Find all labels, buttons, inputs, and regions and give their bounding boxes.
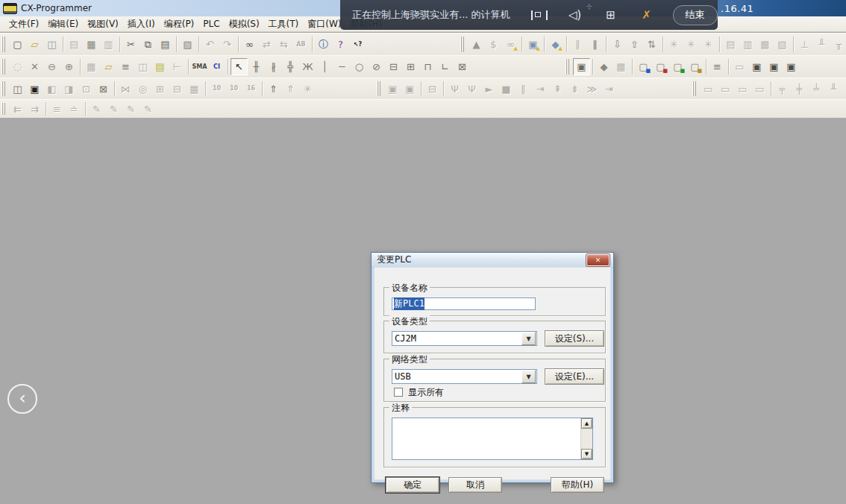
toolbar-grip[interactable] bbox=[1, 37, 5, 51]
plc-properties-icon[interactable]: ▣ bbox=[26, 81, 43, 98]
delete-tool-icon[interactable]: ⊠ bbox=[454, 58, 471, 75]
transfer-io-table-icon[interactable]: ▤ bbox=[722, 36, 739, 53]
transfer-memory-icon[interactable]: ▦ bbox=[756, 36, 774, 53]
select-tool-icon[interactable]: ↖ bbox=[231, 58, 248, 75]
monitor-view-2-icon[interactable]: ▣ bbox=[765, 58, 783, 75]
ok-button[interactable]: 确定 bbox=[386, 477, 439, 493]
diff-monitor-4-icon[interactable]: ╨ bbox=[825, 81, 842, 98]
menu-item-plc[interactable]: PLC bbox=[198, 17, 224, 31]
save-icon[interactable]: ◫ bbox=[43, 36, 60, 53]
upload-from-plc-icon[interactable]: ⇧ bbox=[626, 36, 643, 53]
sim-run-icon[interactable]: ► bbox=[480, 81, 498, 98]
rung-list-icon[interactable]: ≡ bbox=[117, 58, 134, 75]
download-to-plc-icon[interactable]: ⇩ bbox=[609, 36, 626, 53]
back-button[interactable]: ‹ bbox=[7, 384, 37, 414]
scroll-down-button[interactable]: ▼ bbox=[581, 449, 592, 459]
toolbar-grip[interactable] bbox=[1, 81, 5, 96]
contact-or-no-icon[interactable]: ╬ bbox=[282, 58, 299, 75]
monitor-view-3-icon[interactable]: ▣ bbox=[783, 58, 800, 75]
debug-hand-2-icon[interactable]: Ψ bbox=[463, 81, 480, 98]
continuous-run-icon[interactable]: ≫ bbox=[583, 81, 601, 98]
address-reference-icon[interactable]: CI bbox=[208, 58, 225, 75]
sound-icon[interactable]: ◁) bbox=[567, 7, 583, 22]
partial-download-icon[interactable]: ✳ bbox=[665, 36, 683, 53]
horizontal-line-icon[interactable]: ─ bbox=[333, 58, 351, 75]
watch-tab-4-icon[interactable]: ▭ bbox=[751, 81, 768, 98]
partial-compare-icon[interactable]: ✳ bbox=[700, 36, 717, 53]
auto-online-icon[interactable]: $ bbox=[485, 36, 502, 53]
step-in-icon[interactable]: ⇞ bbox=[549, 81, 566, 98]
function-block-icon[interactable]: ⊓ bbox=[419, 58, 436, 75]
network-type-settings-button[interactable]: 设定(E)... bbox=[545, 368, 604, 385]
print-setup-icon[interactable]: ▤ bbox=[66, 36, 83, 53]
drag-handle-icon[interactable]: -¦- bbox=[586, 2, 592, 10]
comment-scrollbar[interactable]: ▲ ▼ bbox=[580, 418, 592, 459]
network-type-dropdown-button[interactable]: ▼ bbox=[521, 370, 536, 383]
pause-monitoring-icon[interactable]: ✳ bbox=[299, 81, 316, 98]
zoom-fit-icon[interactable]: ✕ bbox=[26, 58, 43, 75]
context-help-icon[interactable]: ↖? bbox=[349, 36, 366, 53]
zoom-out-icon[interactable]: ⊖ bbox=[43, 58, 60, 75]
pause-simulator-icon[interactable]: ‖ bbox=[569, 36, 586, 53]
toolbar-grip[interactable] bbox=[692, 81, 696, 96]
scroll-up-button[interactable]: ▲ bbox=[581, 418, 592, 429]
program-check-icon[interactable]: ▣ bbox=[573, 58, 590, 75]
io-comment-blue-icon[interactable]: ▢■ bbox=[635, 58, 652, 75]
coil-closed-icon[interactable]: ⊘ bbox=[368, 58, 385, 75]
device-name-input[interactable]: 新PLC1 bbox=[392, 297, 536, 310]
work-online-simulator-icon[interactable]: ▣▲ bbox=[524, 36, 542, 53]
io-table-icon[interactable]: ⊞ bbox=[151, 81, 169, 98]
transfer-all-icon[interactable]: ▧ bbox=[774, 36, 791, 53]
diff-monitor-1-icon[interactable]: ╤ bbox=[774, 81, 791, 98]
compile-options-icon[interactable]: ▦ bbox=[612, 58, 630, 75]
show-all-checkbox[interactable] bbox=[394, 388, 403, 397]
toolbar-grip[interactable] bbox=[460, 37, 464, 51]
monitoring-icon[interactable]: ⇑ bbox=[265, 81, 282, 98]
change-model-icon[interactable]: AB bbox=[292, 36, 310, 53]
about-icon[interactable]: ⓘ bbox=[315, 36, 332, 53]
force-on-icon[interactable]: ✎ bbox=[88, 101, 105, 118]
contact-no-icon[interactable]: ╫ bbox=[248, 58, 265, 75]
debug-hand-1-icon[interactable]: Ψ bbox=[446, 81, 463, 98]
grid-icon[interactable]: ▦ bbox=[83, 58, 100, 75]
help-icon[interactable]: ? bbox=[332, 36, 349, 53]
indent-left-icon[interactable]: ⇇ bbox=[9, 101, 26, 118]
pause-icon[interactable]: ‖ bbox=[586, 36, 604, 53]
cancel-button[interactable]: 取消 bbox=[448, 477, 502, 493]
help-button[interactable]: 帮助(H) bbox=[551, 477, 604, 493]
split-screen-icon[interactable]: ⊞ bbox=[603, 7, 619, 22]
vertical-down-icon[interactable]: ∟ bbox=[436, 58, 454, 75]
forced-set-icon[interactable]: ⊥ bbox=[796, 36, 813, 53]
redo-icon[interactable]: ↷ bbox=[219, 36, 236, 53]
ladder-view-icon[interactable]: ▤ bbox=[151, 58, 169, 75]
watch-tab-3-icon[interactable]: ▭ bbox=[734, 81, 751, 98]
open-file-icon[interactable]: ▱ bbox=[26, 36, 43, 53]
zoom-in-icon[interactable]: ⊕ bbox=[60, 58, 78, 75]
print-preview-icon[interactable]: ▥ bbox=[100, 36, 117, 53]
device-type-dropdown-button[interactable]: ▼ bbox=[521, 332, 536, 345]
radix-signed-decimal-icon[interactable]: 10 bbox=[225, 81, 242, 98]
plc-settings-icon[interactable]: ⊟ bbox=[169, 81, 186, 98]
work-online-icon[interactable]: ▲ bbox=[468, 36, 485, 53]
indent-right-icon[interactable]: ⇉ bbox=[26, 101, 43, 118]
menu-item-file[interactable]: 文件(F) bbox=[4, 16, 43, 32]
force-cancel-icon[interactable]: ✎ bbox=[122, 101, 140, 118]
tile-windows-icon[interactable]: ◫ bbox=[134, 58, 151, 75]
set-value-icon[interactable]: ✎ bbox=[140, 101, 157, 118]
compare-with-plc-icon[interactable]: ⇅ bbox=[643, 36, 660, 53]
remote-tools-icon[interactable]: ✗ bbox=[639, 7, 655, 22]
menu-item-tools[interactable]: 工具(T) bbox=[264, 16, 304, 32]
step-run-icon[interactable]: ⇥ bbox=[532, 81, 549, 98]
diff-monitor-3-icon[interactable]: ╧ bbox=[808, 81, 825, 98]
radix-hex-icon[interactable]: 16 bbox=[242, 81, 260, 98]
device-type-combo[interactable]: CJ2M ▼ bbox=[392, 331, 537, 346]
toolbar-grip[interactable] bbox=[1, 59, 5, 74]
watch-tab-1-icon[interactable]: ▭ bbox=[700, 81, 717, 98]
toolbar-grip[interactable] bbox=[377, 81, 380, 96]
online-search-icon[interactable]: ∞▲ bbox=[502, 36, 519, 53]
sim-pause-icon[interactable]: ‖ bbox=[515, 81, 532, 98]
compile-icon[interactable]: ◆ bbox=[595, 58, 612, 75]
io-table-window-icon[interactable]: ◧ bbox=[43, 81, 60, 98]
watch-tab-2-icon[interactable]: ▭ bbox=[717, 81, 734, 98]
settings-window-icon[interactable]: ◨ bbox=[60, 81, 78, 98]
